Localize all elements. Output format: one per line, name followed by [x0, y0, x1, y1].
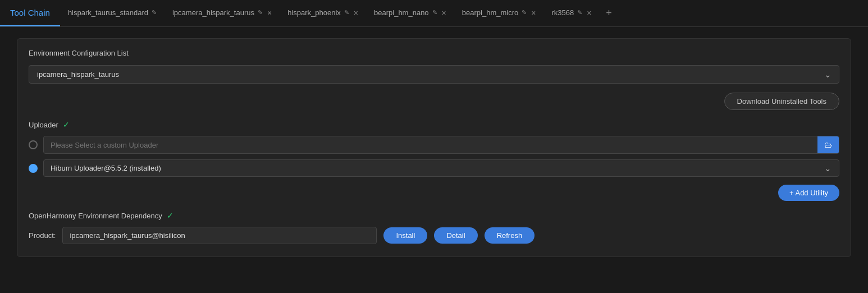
close-icon[interactable]: × [531, 9, 536, 17]
hiburn-dropdown-wrapper: Hiburn Uploader@5.5.2 (installed) [43, 159, 839, 177]
product-row: Product: Install Detail Refresh [29, 227, 839, 244]
uploader-section: Uploader ✓ 🗁 Hiburn Uploader@5.5.2 (inst… [29, 120, 839, 177]
tab-label: rk3568 [551, 8, 574, 17]
tab-ipcamera_hispark_taurus[interactable]: ipcamera_hispark_taurus ✎ × [165, 0, 280, 26]
env-config-dropdown[interactable]: ipcamera_hispark_taurushispark_taurus_st… [29, 65, 839, 84]
tab-bearpi_hm_nano[interactable]: bearpi_hm_nano ✎ × [366, 0, 454, 26]
add-utility-button[interactable]: + Add Utility [778, 185, 839, 201]
close-icon[interactable]: × [267, 9, 272, 17]
edit-icon[interactable]: ✎ [522, 9, 527, 16]
tab-tool-chain[interactable]: Tool Chain [0, 0, 60, 26]
uploader-label-row: Uploader ✓ [29, 120, 839, 129]
product-input[interactable] [62, 227, 377, 244]
tab-hispark_taurus_standard[interactable]: hispark_taurus_standard ✎ [60, 0, 165, 26]
tab-label: ipcamera_hispark_taurus [172, 8, 254, 17]
close-icon[interactable]: × [587, 9, 591, 17]
env-config-dropdown-wrapper: ipcamera_hispark_taurushispark_taurus_st… [29, 65, 839, 84]
custom-uploader-input-wrap: 🗁 [43, 136, 839, 154]
edit-icon[interactable]: ✎ [258, 9, 263, 16]
download-row: Download Uninstalled Tools [29, 93, 839, 110]
product-label: Product: [29, 231, 56, 240]
tab-bearpi_hm_micro[interactable]: bearpi_hm_micro ✎ × [454, 0, 544, 26]
hiburn-uploader-row: Hiburn Uploader@5.5.2 (installed) [29, 159, 839, 177]
tab-label: bearpi_hm_micro [462, 8, 518, 17]
edit-icon[interactable]: ✎ [344, 9, 349, 16]
edit-icon[interactable]: ✎ [432, 9, 437, 16]
tab-label: bearpi_hm_nano [374, 8, 429, 17]
openharmony-section: OpenHarmony Environment Dependency ✓ Pro… [29, 211, 839, 244]
folder-browse-button[interactable]: 🗁 [817, 136, 839, 153]
tab-bar: Tool Chain hispark_taurus_standard ✎ ipc… [0, 0, 868, 27]
detail-button[interactable]: Detail [434, 227, 477, 244]
tab-label: hispark_taurus_standard [68, 8, 148, 17]
folder-icon: 🗁 [824, 140, 832, 149]
openharmony-check-icon: ✓ [167, 211, 173, 220]
main-content: Environment Configuration List ipcamera_… [0, 27, 868, 268]
custom-uploader-input[interactable] [44, 137, 817, 153]
refresh-button[interactable]: Refresh [485, 227, 535, 244]
uploader-check-icon: ✓ [63, 120, 70, 129]
custom-uploader-row: 🗁 [29, 136, 839, 154]
uploader-label: Uploader [29, 121, 58, 129]
install-button[interactable]: Install [383, 227, 427, 244]
tab-rk3568[interactable]: rk3568 ✎ × [543, 0, 599, 26]
tab-add-button[interactable]: + [599, 0, 619, 26]
tab-label: hispark_phoenix [287, 8, 341, 17]
add-utility-row: + Add Utility [29, 185, 839, 201]
edit-icon[interactable]: ✎ [577, 9, 582, 16]
tool-chain-label: Tool Chain [10, 8, 50, 17]
add-icon: + [606, 7, 612, 19]
close-icon[interactable]: × [354, 9, 358, 17]
tab-hispark_phoenix[interactable]: hispark_phoenix ✎ × [280, 0, 366, 26]
edit-icon[interactable]: ✎ [152, 9, 157, 16]
hiburn-uploader-radio[interactable] [29, 164, 38, 173]
hiburn-uploader-dropdown[interactable]: Hiburn Uploader@5.5.2 (installed) [43, 159, 839, 177]
env-config-panel: Environment Configuration List ipcamera_… [17, 38, 851, 257]
custom-uploader-radio[interactable] [29, 140, 38, 149]
env-config-title: Environment Configuration List [29, 49, 839, 57]
close-icon[interactable]: × [442, 9, 446, 17]
openharmony-label: OpenHarmony Environment Dependency [29, 212, 162, 220]
download-uninstalled-button[interactable]: Download Uninstalled Tools [724, 93, 839, 110]
openharmony-label-row: OpenHarmony Environment Dependency ✓ [29, 211, 839, 220]
